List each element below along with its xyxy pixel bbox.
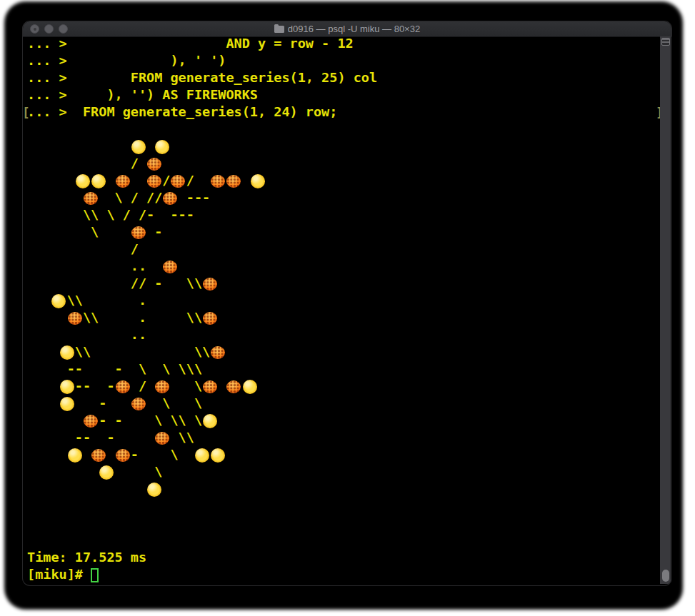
- terminal-line: \\ \\: [27, 344, 664, 361]
- minimize-button[interactable]: [44, 24, 54, 34]
- terminal-line: - \: [27, 447, 664, 464]
- orange-firework-emoji: [210, 344, 226, 361]
- orange-firework-emoji: [202, 276, 218, 293]
- window-title: d0916 — psql -U miku — 80×32: [274, 24, 420, 34]
- close-button[interactable]: [30, 24, 39, 34]
- terminal-line: /: [27, 241, 664, 258]
- window-title-text: d0916 — psql -U miku — 80×32: [288, 24, 420, 34]
- orange-firework-emoji: [115, 173, 131, 190]
- orange-firework-emoji: [202, 310, 218, 327]
- orange-firework-emoji: [170, 173, 186, 190]
- zoom-button[interactable]: [59, 24, 68, 34]
- scrollbar-track[interactable]: [660, 36, 671, 584]
- terminal-cursor: [91, 568, 99, 582]
- terminal-line: [27, 138, 664, 156]
- orange-firework-emoji: [83, 413, 99, 430]
- split-pane-button[interactable]: [661, 38, 670, 46]
- scrollbar-thumb[interactable]: [662, 570, 669, 582]
- yellow-ball-emoji: [75, 173, 91, 190]
- terminal-line: \\ . \\: [27, 310, 664, 327]
- terminal-line: [27, 532, 664, 550]
- terminal-line: - - \ \\ \: [27, 413, 664, 430]
- orange-firework-emoji: [83, 190, 99, 207]
- terminal-line: /: [27, 156, 664, 173]
- terminal-line: [miku]#: [27, 567, 664, 584]
- yellow-ball-emoji: [242, 378, 258, 395]
- orange-firework-emoji: [162, 258, 178, 276]
- yellow-ball-emoji: [250, 173, 266, 190]
- orange-firework-emoji: [91, 447, 106, 464]
- traffic-lights: [30, 24, 68, 34]
- yellow-ball-emoji: [51, 293, 66, 310]
- yellow-ball-emoji: [59, 344, 75, 361]
- orange-firework-emoji: [146, 156, 162, 173]
- orange-firework-emoji: [146, 173, 162, 190]
- terminal-line: ... > ), '') AS FIREWORKS: [27, 87, 664, 104]
- folder-icon: [274, 26, 284, 33]
- orange-firework-emoji: [131, 395, 146, 413]
- terminal-line: -- - \\: [27, 430, 664, 447]
- terminal-line: -- - \ \ \\\: [27, 361, 664, 378]
- terminal-line: \\ \ / /- ---: [27, 207, 664, 224]
- yellow-ball-emoji: [59, 395, 75, 413]
- titlebar[interactable]: d0916 — psql -U miku — 80×32: [23, 21, 671, 37]
- yellow-ball-emoji: [59, 378, 75, 395]
- orange-firework-emoji: [67, 310, 83, 327]
- terminal-line: ..: [27, 327, 664, 344]
- terminal-line: -- - / \: [27, 378, 664, 395]
- terminal-line: // - \\: [27, 276, 664, 293]
- terminal-line: ..: [27, 258, 664, 276]
- terminal-line: \ / // ---: [27, 190, 664, 207]
- terminal-line: Time: 17.525 ms: [27, 550, 664, 567]
- terminal-line: [27, 121, 664, 138]
- terminal-window: d0916 — psql -U miku — 80×32 ... > AND y…: [23, 21, 671, 585]
- orange-firework-emoji: [154, 430, 170, 447]
- terminal-line: - \ \: [27, 395, 664, 413]
- orange-firework-emoji: [162, 190, 178, 207]
- terminal-line: \ -: [27, 224, 664, 241]
- yellow-ball-emoji: [131, 138, 146, 156]
- terminal-line: ... > FROM generate_series(1, 24) row;: [27, 104, 664, 121]
- terminal-line: [27, 515, 664, 532]
- yellow-ball-emoji: [154, 138, 170, 156]
- yellow-ball-emoji: [91, 173, 106, 190]
- yellow-ball-emoji: [194, 447, 210, 464]
- terminal-line: [27, 498, 664, 515]
- terminal-screen[interactable]: ... > AND y = row - 12... > ), ' ')... >…: [27, 36, 664, 585]
- yellow-ball-emoji: [202, 413, 218, 430]
- terminal-line: [27, 481, 664, 498]
- terminal-line: ... > AND y = row - 12: [27, 36, 664, 53]
- yellow-ball-emoji: [99, 464, 114, 481]
- orange-firework-emoji: [115, 378, 131, 395]
- yellow-ball-emoji: [67, 447, 83, 464]
- orange-firework-emoji: [202, 378, 218, 395]
- terminal-line: ... > ), ' '): [27, 53, 664, 70]
- orange-firework-emoji: [226, 173, 241, 190]
- prompt-mark-left: [: [23, 104, 30, 121]
- terminal-line: \: [27, 464, 664, 481]
- yellow-ball-emoji: [210, 447, 226, 464]
- orange-firework-emoji: [210, 173, 226, 190]
- orange-firework-emoji: [226, 378, 241, 395]
- yellow-ball-emoji: [146, 481, 162, 498]
- orange-firework-emoji: [115, 447, 131, 464]
- terminal-line: \\ .: [27, 293, 664, 310]
- terminal-line: //: [27, 173, 664, 190]
- orange-firework-emoji: [154, 378, 170, 395]
- orange-firework-emoji: [131, 224, 146, 241]
- terminal-line: ... > FROM generate_series(1, 25) col: [27, 70, 664, 87]
